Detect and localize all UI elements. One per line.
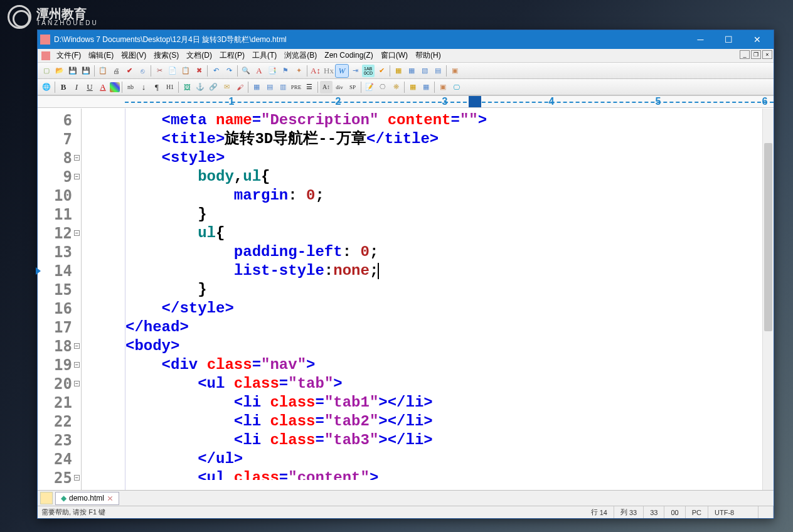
menu-6[interactable]: 工具(T) [248, 50, 280, 61]
menu-0[interactable]: 文件(F) [53, 50, 85, 61]
line-number-19[interactable]: 19− [38, 356, 81, 375]
ruler[interactable]: 123456 [87, 95, 774, 108]
code-line-10[interactable]: margin: 0; [125, 186, 774, 205]
line-number-13[interactable]: 13 [38, 243, 81, 262]
menu-8[interactable]: Zen Coding(Z) [321, 50, 376, 61]
link-icon[interactable]: ⎋ [136, 65, 149, 77]
line-number-8[interactable]: 8− [38, 149, 81, 168]
find-icon[interactable]: 🔍 [240, 65, 252, 77]
menu-9[interactable]: 窗口(W) [377, 50, 412, 61]
line-number-15[interactable]: 15 [38, 280, 81, 299]
folder-icon[interactable] [40, 492, 53, 504]
a-tag-icon[interactable]: A↕ [320, 81, 333, 93]
line-number-9[interactable]: 9− [38, 168, 81, 186]
col-icon[interactable]: ▥ [277, 81, 289, 93]
line-number-12[interactable]: 12− [38, 224, 81, 243]
titlebar[interactable]: D:\Windows 7 Documents\Desktop\12月4日 旋转3… [38, 30, 774, 49]
line-number-18[interactable]: 18− [38, 337, 81, 356]
code-line-23[interactable]: <li class="tab3"></li> [125, 431, 774, 450]
line-number-14[interactable]: 14 [38, 262, 81, 280]
sp-icon[interactable]: SP [346, 81, 359, 93]
menu-1[interactable]: 编辑(E) [85, 50, 117, 61]
line-number-7[interactable]: 7 [38, 130, 81, 149]
panel4-icon[interactable]: ▤ [432, 65, 444, 77]
line-number-10[interactable]: 10 [38, 186, 81, 205]
font-a-icon[interactable]: A [253, 65, 265, 77]
code-line-25[interactable]: <ul class="content"> [125, 469, 774, 480]
hex-icon[interactable]: Hx [322, 65, 335, 77]
panel-a-icon[interactable]: ▦ [407, 81, 419, 93]
window2-icon[interactable]: ▣ [437, 81, 449, 93]
para-icon[interactable]: ¶ [151, 81, 163, 93]
code-line-14[interactable]: list-style:none; [125, 262, 774, 280]
code-content[interactable]: <meta name="Description" content=""> <ti… [125, 109, 774, 490]
line-number-6[interactable]: 6 [38, 111, 81, 130]
line-number-21[interactable]: 21 [38, 393, 81, 412]
star-icon[interactable]: ✦ [292, 65, 305, 77]
save-all-icon[interactable]: 💾 [80, 65, 92, 77]
code-line-21[interactable]: <li class="tab1"></li> [125, 393, 774, 412]
fold-icon[interactable]: − [74, 381, 80, 386]
menu-2[interactable]: 视图(V) [117, 50, 150, 61]
list-icon[interactable]: ☰ [303, 81, 316, 93]
undo-icon[interactable]: ↶ [210, 65, 222, 77]
fold-icon[interactable]: − [74, 343, 80, 349]
validate-icon[interactable]: ✔ [375, 65, 388, 77]
image-icon[interactable]: 🖼 [181, 81, 193, 93]
row-icon[interactable]: ▤ [263, 81, 276, 93]
line-number-22[interactable]: 22 [38, 412, 81, 431]
line-number-16[interactable]: 16 [38, 299, 81, 318]
line-number-17[interactable]: 17 [38, 318, 81, 337]
line-number-24[interactable]: 24 [38, 450, 81, 469]
down-icon[interactable]: ↓ [137, 81, 150, 93]
vertical-scrollbar[interactable] [762, 109, 774, 490]
code-line-19[interactable]: <div class="nav"> [125, 356, 774, 375]
code-line-15[interactable]: } [125, 280, 774, 299]
brush-icon[interactable]: 🖌 [233, 81, 246, 93]
tab-close-icon[interactable]: ⨯ [107, 494, 114, 503]
fold-icon[interactable]: − [74, 475, 80, 481]
line-number-25[interactable]: 25− [38, 469, 81, 480]
font-color-icon[interactable]: A [97, 81, 109, 93]
copy-icon[interactable]: 📋 [97, 65, 109, 77]
fold-icon[interactable]: − [74, 155, 80, 161]
close-button[interactable]: ✕ [743, 30, 771, 49]
pre-icon[interactable]: PRE [290, 81, 302, 93]
menu-4[interactable]: 文档(D) [183, 50, 216, 61]
mdi-restore[interactable]: ❐ [751, 50, 761, 59]
h1-icon[interactable]: H1 [164, 81, 176, 93]
fold-icon[interactable]: − [74, 230, 80, 236]
code-line-22[interactable]: <li class="tab2"></li> [125, 412, 774, 431]
table-icon[interactable]: ▦ [250, 81, 263, 93]
paste-icon[interactable]: 📋 [179, 65, 192, 77]
code-line-9[interactable]: body,ul{ [125, 168, 774, 186]
block-icon[interactable]: 1AB0CD [362, 65, 375, 77]
div-icon[interactable]: div [333, 81, 346, 93]
indent-icon[interactable]: ⇥ [349, 65, 361, 77]
mail-icon[interactable]: ✉ [220, 81, 233, 93]
new-file-icon[interactable]: ▢ [40, 65, 53, 77]
code-line-13[interactable]: padding-left: 0; [125, 243, 774, 262]
redo-icon[interactable]: ↷ [223, 65, 235, 77]
window-icon[interactable]: ▣ [449, 65, 461, 77]
copy-icon-2[interactable]: 📄 [166, 65, 179, 77]
tool1-icon[interactable]: ⎔ [376, 81, 389, 93]
line-number-23[interactable]: 23 [38, 431, 81, 450]
flag-icon[interactable]: ⚑ [279, 65, 292, 77]
bookmark-icon[interactable]: 📑 [266, 65, 279, 77]
code-line-8[interactable]: <style> [125, 149, 774, 168]
anchor-icon[interactable]: ⚓ [194, 81, 206, 93]
ruler-cursor[interactable] [469, 96, 481, 108]
code-line-20[interactable]: <ul class="tab"> [125, 375, 774, 393]
hyperlink-icon[interactable]: 🔗 [207, 81, 220, 93]
nbsp-icon[interactable]: nb [124, 81, 137, 93]
panel1-icon[interactable]: ▦ [392, 65, 405, 77]
italic-icon[interactable]: I [70, 81, 83, 93]
code-line-17[interactable]: </head> [125, 318, 774, 337]
mdi-minimize[interactable]: _ [740, 50, 750, 59]
panel2-icon[interactable]: ▦ [405, 65, 418, 77]
form-icon[interactable]: 📝 [363, 81, 376, 93]
heading-a-icon[interactable]: A↕ [309, 65, 322, 77]
save-icon[interactable]: 💾 [67, 65, 79, 77]
menu-7[interactable]: 浏览器(B) [280, 50, 321, 61]
